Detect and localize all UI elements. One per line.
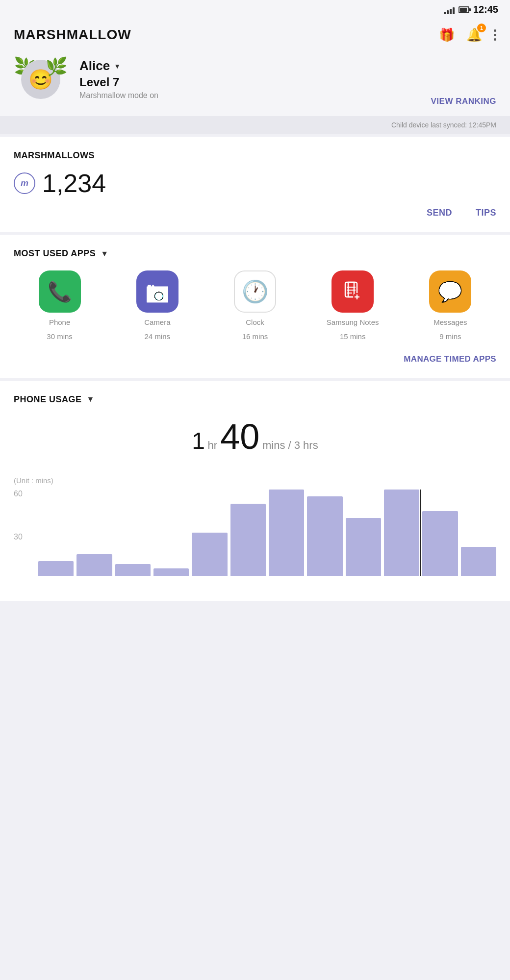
dot-icon — [494, 34, 496, 36]
signal-icon — [444, 5, 455, 14]
view-ranking-button[interactable]: VIEW RANKING — [431, 97, 497, 106]
header-icons: 🎁 🔔 1 — [439, 27, 496, 43]
chart-bar-group — [269, 490, 304, 576]
chart-bar-group — [461, 490, 496, 576]
messages-app-time: 9 mins — [439, 332, 461, 341]
marshmallow-count: 1,234 — [42, 169, 106, 198]
notification-button[interactable]: 🔔 1 — [466, 27, 482, 43]
messages-app-icon: 💬 — [429, 270, 471, 313]
marshmallow-icon: m — [14, 172, 35, 194]
phone-app-name: Phone — [49, 318, 70, 327]
chart-bar-group — [422, 490, 458, 576]
most-used-title: MOST USED APPS — [14, 248, 96, 259]
profile-level: Level 7 — [79, 75, 158, 89]
usage-time-text: 1 hr 40 mins / 3 hrs — [192, 440, 318, 451]
apps-grid: 📞 Phone 30 mins 📷 Camera 24 mins 🕐 Clock… — [14, 270, 496, 341]
chart-bar-group — [153, 490, 189, 576]
phone-usage-title: PHONE USAGE — [14, 394, 82, 405]
clock-app-time: 16 mins — [242, 332, 268, 341]
sync-bar: Child device last synced: 12:45PM — [0, 116, 510, 134]
chart-bar-group — [192, 490, 227, 576]
chart-labels: 60 30 — [14, 490, 23, 588]
usage-minutes: 40 — [220, 417, 259, 456]
chart-bars: Now — [38, 490, 496, 576]
chart-bar-group — [230, 490, 266, 576]
battery-icon — [459, 6, 469, 13]
marshmallows-section: MARSHMALLOWS m 1,234 SEND TIPS — [0, 137, 510, 232]
notes-app-time: 15 mins — [340, 332, 366, 341]
status-bar: 12:45 — [0, 0, 510, 19]
most-used-apps-section: MOST USED APPS ▼ 📞 Phone 30 mins 📷 Camer… — [0, 235, 510, 378]
status-time: 12:45 — [473, 4, 498, 15]
notification-badge: 1 — [477, 24, 486, 32]
marshmallow-count-row: m 1,234 — [14, 169, 496, 198]
notes-app-name: Samsung Notes — [327, 318, 379, 327]
now-line — [420, 490, 421, 576]
dot-icon — [494, 29, 496, 32]
chart-area: (Unit : mins) 60 30 Now — [14, 466, 496, 588]
camera-app-icon: 📷 — [136, 270, 178, 313]
header: MARSHMALLOW 🎁 🔔 1 — [0, 19, 510, 52]
messages-app-name: Messages — [434, 318, 467, 327]
chart-bar-group — [307, 490, 342, 576]
laurel-right-icon: 🌿 — [46, 56, 68, 77]
profile-name: Alice — [79, 58, 110, 74]
app-item-phone[interactable]: 📞 Phone 30 mins — [14, 270, 105, 341]
phone-app-time: 30 mins — [47, 332, 73, 341]
app-item-messages[interactable]: 💬 Messages 9 mins — [405, 270, 496, 341]
profile-status: Marshmallow mode on — [79, 91, 158, 100]
profile-name-row: Alice ▼ — [79, 58, 158, 74]
gift-button[interactable]: 🎁 — [439, 27, 455, 43]
chart-label-30: 30 — [14, 533, 23, 541]
chart-bar-group — [38, 490, 74, 576]
avatar-container: 🌿 😊 🌿 — [14, 52, 68, 106]
phone-usage-section: PHONE USAGE ▼ 1 hr 40 mins / 3 hrs (Unit… — [0, 381, 510, 601]
more-options-button[interactable] — [494, 29, 496, 41]
chart-label-60: 60 — [14, 490, 23, 498]
app-title: MARSHMALLOW — [14, 27, 131, 43]
app-item-camera[interactable]: 📷 Camera 24 mins — [111, 270, 203, 341]
chart-unit-label: (Unit : mins) — [14, 476, 496, 485]
profile-info: Alice ▼ Level 7 Marshmallow mode on — [79, 52, 158, 100]
marshmallows-title: MARSHMALLOWS — [14, 150, 496, 161]
send-button[interactable]: SEND — [427, 208, 452, 218]
notes-app-icon — [332, 270, 374, 313]
gift-icon: 🎁 — [439, 27, 455, 42]
phone-usage-title-row: PHONE USAGE ▼ — [14, 394, 496, 405]
phone-usage-dropdown-icon[interactable]: ▼ — [87, 395, 95, 404]
sync-text: Child device last synced: 12:45PM — [391, 121, 496, 129]
clock-app-name: Clock — [246, 318, 264, 327]
chart-bar-group — [115, 490, 151, 576]
tips-button[interactable]: TIPS — [476, 208, 496, 218]
app-item-notes[interactable]: Samsung Notes 15 mins — [307, 270, 399, 341]
chart-bar-group — [384, 490, 419, 576]
clock-app-icon: 🕐 — [234, 270, 276, 313]
most-used-dropdown-icon[interactable]: ▼ — [101, 249, 108, 258]
profile-dropdown-icon[interactable]: ▼ — [114, 62, 121, 70]
usage-hours: 1 — [192, 428, 205, 454]
status-icons: 12:45 — [444, 4, 498, 15]
camera-app-name: Camera — [144, 318, 170, 327]
app-item-clock[interactable]: 🕐 Clock 16 mins — [209, 270, 301, 341]
most-used-title-row: MOST USED APPS ▼ — [14, 248, 496, 259]
marshmallow-actions: SEND TIPS — [14, 208, 496, 218]
manage-timed-button[interactable]: MANAGE TIMED APPS — [14, 354, 496, 364]
dot-icon — [494, 38, 496, 41]
chart-bar-group — [76, 490, 112, 576]
usage-time-display: 1 hr 40 mins / 3 hrs — [14, 416, 496, 457]
chart-bar-group — [346, 490, 381, 576]
camera-app-time: 24 mins — [145, 332, 171, 341]
profile-section: 🌿 😊 🌿 Alice ▼ Level 7 Marshmallow mode o… — [0, 52, 510, 116]
chart-container: 60 30 Now — [14, 490, 496, 588]
phone-app-icon: 📞 — [39, 270, 81, 313]
